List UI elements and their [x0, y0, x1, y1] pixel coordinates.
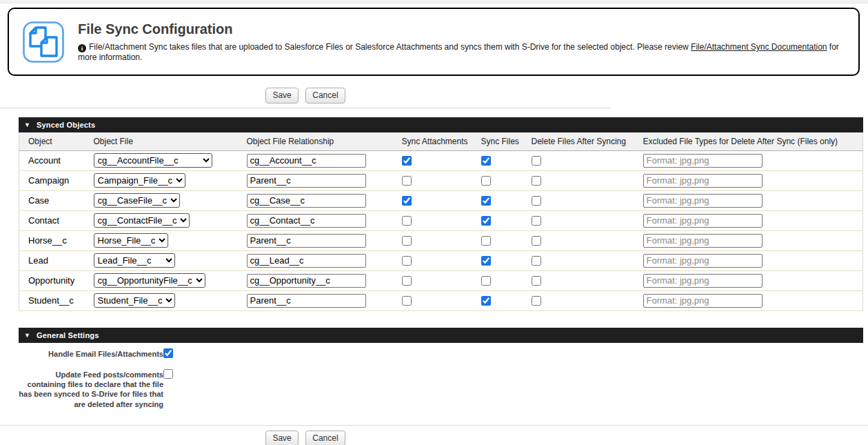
sync-attachments-checkbox[interactable] [402, 256, 412, 266]
object-file-select[interactable]: cg__AccountFile__c [94, 153, 212, 168]
object-file-select[interactable]: Campaign_File__c [94, 173, 185, 188]
object-name: Campaign [19, 170, 88, 190]
general-setting-row: Handle Email Files/Attachments [19, 348, 863, 359]
file-sync-icon [21, 20, 65, 64]
delete-files-after-syncing-checkbox[interactable] [532, 176, 541, 186]
info-icon: i [78, 44, 86, 52]
sync-files-checkbox[interactable] [481, 216, 491, 226]
column-header-4: Sync Files [476, 132, 526, 150]
collapse-triangle-icon[interactable]: ▼ [24, 121, 30, 128]
table-row: Contactcg__ContactFile__c [19, 210, 863, 230]
table-row: CampaignCampaign_File__c [19, 170, 863, 190]
object-name: Contact [19, 210, 88, 230]
sync-attachments-checkbox[interactable] [402, 196, 412, 206]
column-header-2: Object File Relationship [241, 132, 396, 150]
object-name: Student__c [19, 290, 88, 310]
object-file-relationship-input[interactable] [247, 254, 366, 268]
excluded-file-types-input[interactable] [643, 234, 763, 248]
general-setting-checkbox[interactable] [163, 369, 173, 379]
object-file-relationship-input[interactable] [247, 154, 366, 168]
general-settings-section: ▼ General Settings Handle Email Files/At… [19, 328, 863, 409]
sync-files-checkbox[interactable] [481, 176, 491, 186]
table-row: Horse__cHorse_File__c [19, 230, 863, 250]
object-file-relationship-input[interactable] [247, 214, 366, 228]
column-header-3: Sync Attachments [396, 132, 476, 150]
sync-attachments-checkbox[interactable] [402, 296, 412, 306]
delete-files-after-syncing-checkbox[interactable] [532, 156, 541, 166]
synced-objects-section: ▼ Synced Objects ObjectObject FileObject… [19, 117, 863, 311]
delete-files-after-syncing-checkbox[interactable] [532, 236, 541, 246]
bottom-button-bar: Save Cancel [0, 425, 868, 445]
object-file-relationship-input[interactable] [247, 174, 366, 188]
documentation-link[interactable]: File/Attachment Sync Documentation [691, 42, 827, 52]
object-file-relationship-input[interactable] [247, 274, 366, 288]
save-button-top[interactable]: Save [265, 88, 298, 103]
collapse-triangle-icon[interactable]: ▼ [24, 332, 30, 339]
sync-files-checkbox[interactable] [481, 296, 491, 306]
general-settings-section-header[interactable]: ▼ General Settings [19, 328, 863, 343]
object-file-relationship-input[interactable] [247, 234, 366, 248]
sync-attachments-checkbox[interactable] [402, 156, 412, 166]
sync-files-checkbox[interactable] [481, 256, 491, 266]
object-file-select[interactable]: cg__CaseFile__c [94, 193, 180, 208]
top-strip [0, 0, 868, 3]
sync-files-checkbox[interactable] [481, 196, 491, 206]
general-setting-label: Update Feed posts/comments containing fi… [19, 369, 163, 409]
object-name: Horse__c [19, 230, 88, 250]
excluded-file-types-input[interactable] [643, 274, 763, 288]
table-row: Casecg__CaseFile__c [19, 190, 863, 210]
sync-attachments-checkbox[interactable] [402, 176, 412, 186]
object-name: Case [19, 190, 88, 210]
table-row: Opportunitycg__OpportunityFile__c [19, 270, 863, 290]
excluded-file-types-input[interactable] [643, 174, 763, 188]
synced-objects-section-header[interactable]: ▼ Synced Objects [19, 117, 863, 132]
delete-files-after-syncing-checkbox[interactable] [532, 216, 541, 226]
delete-files-after-syncing-checkbox[interactable] [532, 296, 541, 306]
object-name: Account [19, 150, 88, 170]
excluded-file-types-input[interactable] [643, 154, 763, 168]
object-name: Opportunity [19, 270, 88, 290]
excluded-file-types-input[interactable] [643, 214, 763, 228]
delete-files-after-syncing-checkbox[interactable] [532, 276, 541, 286]
table-row: Student__cStudent_File__c [19, 290, 863, 310]
save-button-bottom[interactable]: Save [265, 431, 298, 445]
excluded-file-types-input[interactable] [643, 194, 763, 208]
sync-files-checkbox[interactable] [481, 276, 491, 286]
object-file-select[interactable]: Lead_File__c [94, 253, 175, 268]
object-file-relationship-input[interactable] [247, 294, 366, 308]
object-file-select[interactable]: cg__OpportunityFile__c [94, 273, 205, 288]
table-row: LeadLead_File__c [19, 250, 863, 270]
general-setting-row: Update Feed posts/comments containing fi… [19, 369, 863, 409]
column-header-1: Object File [88, 132, 241, 150]
sync-files-checkbox[interactable] [481, 236, 491, 246]
table-header-row: ObjectObject FileObject File Relationshi… [19, 132, 863, 150]
general-settings-section-title: General Settings [37, 331, 99, 339]
table-row: Accountcg__AccountFile__c [19, 150, 863, 170]
excluded-file-types-input[interactable] [643, 294, 763, 308]
header-info-text: iFile/Attachment Sync takes files that a… [78, 42, 858, 62]
column-header-0: Object [19, 132, 88, 150]
synced-objects-section-title: Synced Objects [37, 121, 95, 129]
general-setting-checkbox[interactable] [163, 348, 173, 358]
object-file-select[interactable]: Student_File__c [94, 293, 175, 308]
object-file-select[interactable]: cg__ContactFile__c [94, 213, 190, 228]
synced-objects-table: ObjectObject FileObject File Relationshi… [19, 132, 863, 311]
object-file-select[interactable]: Horse_File__c [94, 233, 168, 248]
delete-files-after-syncing-checkbox[interactable] [532, 196, 541, 206]
object-name: Lead [19, 250, 88, 270]
header-card: File Sync Configuration iFile/Attachment… [8, 8, 860, 76]
column-header-5: Delete Files After Syncing [526, 132, 638, 150]
object-file-relationship-input[interactable] [247, 194, 366, 208]
sync-attachments-checkbox[interactable] [402, 276, 412, 286]
delete-files-after-syncing-checkbox[interactable] [532, 256, 541, 266]
excluded-file-types-input[interactable] [643, 254, 763, 268]
general-setting-label: Handle Email Files/Attachments [19, 348, 163, 359]
sync-attachments-checkbox[interactable] [402, 216, 412, 226]
sync-files-checkbox[interactable] [481, 156, 491, 166]
column-header-6: Excluded File Types for Delete After Syn… [638, 132, 863, 150]
cancel-button-bottom[interactable]: Cancel [305, 431, 345, 445]
top-button-bar: Save Cancel [0, 76, 611, 108]
cancel-button-top[interactable]: Cancel [305, 88, 345, 103]
sync-attachments-checkbox[interactable] [402, 236, 412, 246]
page-title: File Sync Configuration [78, 21, 858, 37]
